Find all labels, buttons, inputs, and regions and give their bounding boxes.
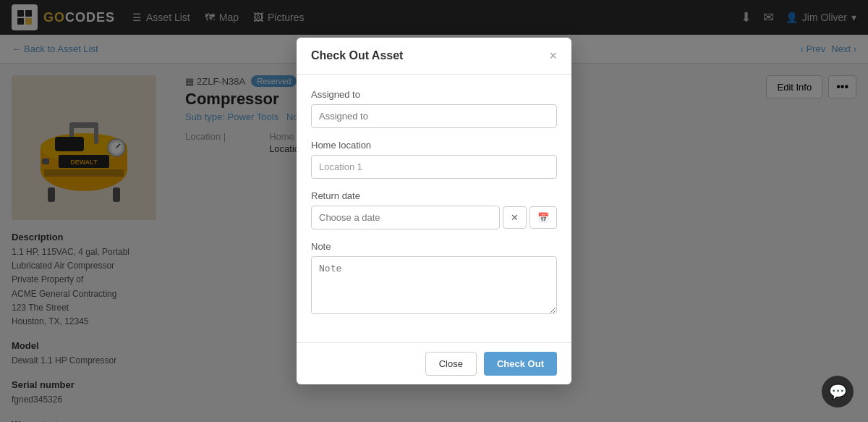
assigned-to-group: Assigned to [311, 89, 557, 128]
date-row: ✕ 📅 [311, 206, 557, 229]
home-location-field-label: Home location [311, 140, 557, 151]
close-button[interactable]: Close [425, 352, 477, 376]
note-group: Note [311, 241, 557, 316]
home-location-input[interactable] [311, 155, 557, 179]
modal-header: Check Out Asset × [297, 38, 571, 75]
modal-overlay[interactable]: Check Out Asset × Assigned to Home locat… [0, 0, 868, 422]
chat-icon: 💬 [829, 383, 847, 400]
checkout-modal: Check Out Asset × Assigned to Home locat… [297, 38, 571, 384]
note-textarea[interactable] [311, 256, 557, 314]
modal-title: Check Out Asset [311, 49, 403, 62]
return-date-label: Return date [311, 190, 557, 201]
modal-body: Assigned to Home location Return date ✕ … [297, 75, 571, 342]
modal-close-button[interactable]: × [549, 49, 557, 62]
home-location-group: Home location [311, 140, 557, 179]
return-date-group: Return date ✕ 📅 [311, 190, 557, 229]
chat-bubble[interactable]: 💬 [822, 376, 854, 408]
checkout-button[interactable]: Check Out [484, 352, 557, 376]
date-clear-button[interactable]: ✕ [503, 206, 527, 229]
note-label: Note [311, 241, 557, 252]
modal-footer: Close Check Out [297, 342, 571, 384]
date-calendar-button[interactable]: 📅 [529, 206, 557, 229]
return-date-input[interactable] [311, 206, 500, 229]
assigned-to-label: Assigned to [311, 89, 557, 100]
assigned-to-input[interactable] [311, 104, 557, 128]
